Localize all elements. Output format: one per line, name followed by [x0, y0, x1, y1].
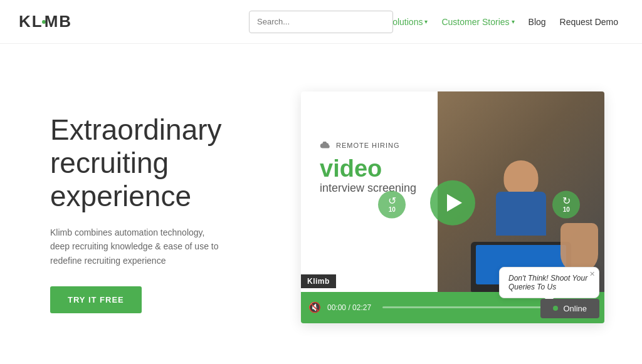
- video-title-green: video: [320, 157, 440, 180]
- logo-text: KLMB: [19, 12, 72, 31]
- hero-subtext: Klimb combines automation technology, de…: [50, 226, 226, 268]
- rewind-button[interactable]: ↺ 10: [378, 190, 406, 218]
- logo-dot: [42, 20, 46, 24]
- play-icon: [447, 194, 462, 211]
- video-text-overlay: REMOTE HIRING video interview screening: [301, 129, 453, 201]
- hero-headline: Extraordinary recruiting experience: [50, 113, 263, 213]
- rewind-seconds-label: 10: [389, 206, 396, 213]
- video-title-sub: interview screening: [320, 182, 440, 195]
- video-klimb-badge: Klimb: [301, 274, 336, 288]
- online-indicator: [553, 306, 558, 311]
- forward-button[interactable]: ↻ 10: [552, 190, 580, 218]
- search-input[interactable]: [249, 11, 393, 33]
- nav-item-blog[interactable]: Blog: [524, 13, 551, 31]
- cloud-icon: [320, 142, 331, 149]
- hero-left: Extraordinary recruiting experience Klim…: [50, 101, 263, 313]
- search-bar: [249, 11, 393, 33]
- chat-message: Don't Think! Shoot Your Queries To Us: [508, 274, 587, 291]
- try-free-button[interactable]: TRY IT FREE: [50, 286, 142, 313]
- chevron-down-icon: ▾: [424, 18, 428, 25]
- play-button[interactable]: [430, 180, 475, 225]
- remote-hiring-label: REMOTE HIRING: [320, 142, 440, 149]
- header: KLMB Products ▾ Solutions ▾ Customer Sto…: [0, 0, 642, 44]
- nav-item-customer-stories[interactable]: Customer Stories ▾: [436, 13, 519, 31]
- video-panel: REMOTE HIRING video interview screening: [301, 91, 604, 323]
- mute-icon[interactable]: 🔇: [308, 301, 321, 313]
- hand-figure: [560, 223, 598, 273]
- online-label: Online: [563, 304, 587, 313]
- logo[interactable]: KLMB: [19, 12, 72, 31]
- progress-bar[interactable]: [382, 306, 560, 308]
- rewind-icon: ↺: [388, 196, 396, 206]
- online-badge[interactable]: Online: [540, 299, 599, 318]
- main-content: Extraordinary recruiting experience Klim…: [0, 44, 642, 364]
- video-time-display: 00:00 / 02:27: [327, 303, 371, 312]
- nav-item-request-demo[interactable]: Request Demo: [555, 13, 623, 31]
- forward-icon: ↻: [562, 196, 571, 206]
- chat-close-button[interactable]: ✕: [589, 270, 595, 278]
- chevron-down-icon: ▾: [512, 18, 515, 25]
- forward-seconds-label: 10: [563, 206, 570, 213]
- person-body: [496, 192, 546, 236]
- chat-bubble: ✕ Don't Think! Shoot Your Queries To Us: [499, 267, 599, 298]
- person-head: [503, 160, 538, 195]
